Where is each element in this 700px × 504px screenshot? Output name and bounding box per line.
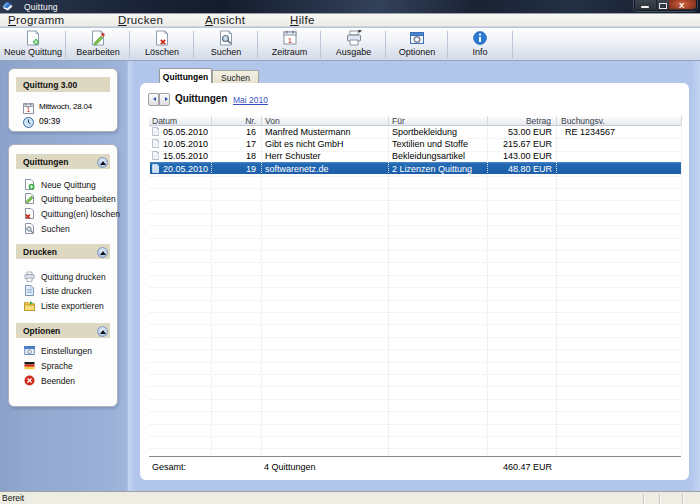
svg-text:1: 1 [287, 36, 292, 45]
svg-text:1: 1 [27, 106, 31, 113]
